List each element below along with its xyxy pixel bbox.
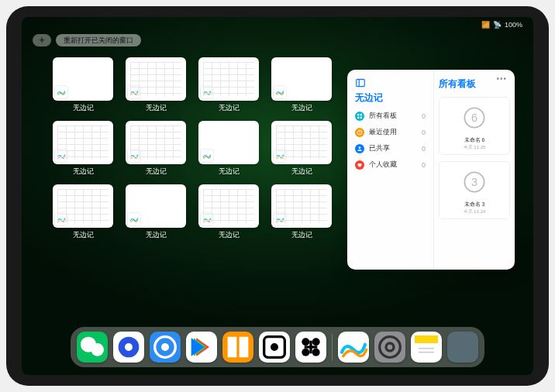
- svg-point-24: [312, 349, 320, 356]
- sidebar-item-label: 已共享: [369, 143, 390, 153]
- window-preview: [271, 184, 332, 228]
- dock-app-dice[interactable]: [259, 332, 290, 363]
- window-thumbnail[interactable]: 无边记: [53, 121, 113, 177]
- window-preview: [53, 121, 113, 164]
- sidebar-item-label: 最近使用: [369, 127, 397, 137]
- window-label: 无边记: [146, 230, 167, 240]
- svg-rect-5: [360, 116, 362, 118]
- freeform-app-icon: [273, 212, 287, 226]
- heart-icon: [355, 160, 364, 170]
- svg-point-18: [161, 343, 169, 351]
- freeform-app-icon: [54, 85, 68, 99]
- window-thumbnail[interactable]: 无边记: [271, 57, 332, 113]
- board-card[interactable]: 6 未命名 6 今天 11:25: [439, 97, 510, 155]
- freeform-app-icon: [127, 149, 141, 163]
- window-label: 无边记: [219, 103, 240, 113]
- svg-point-28: [380, 337, 401, 358]
- freeform-app-icon: [200, 149, 214, 163]
- svg-rect-26: [309, 341, 312, 354]
- dock-app-instant[interactable]: [295, 332, 326, 363]
- sidebar-icon[interactable]: [355, 77, 366, 88]
- dock-separator: [332, 334, 333, 360]
- more-icon[interactable]: •••: [496, 74, 507, 83]
- window-thumbnail[interactable]: 无边记: [53, 57, 113, 113]
- clock-icon: [355, 128, 364, 137]
- dock-app-books[interactable]: [222, 332, 253, 363]
- svg-point-20: [272, 345, 278, 350]
- freeform-app-icon: [54, 212, 68, 226]
- svg-point-7: [359, 146, 361, 149]
- dock-folder-recent[interactable]: [447, 332, 478, 363]
- panel-sidebar: 无边记 所有看板 0 最近使用 0 已共享 0 个人收藏 0: [347, 70, 434, 270]
- svg-point-15: [125, 343, 133, 351]
- board-name: 未命名 3: [464, 201, 485, 208]
- sidebar-item-clock[interactable]: 最近使用 0: [355, 127, 426, 137]
- freeform-app-icon: [273, 85, 287, 99]
- board-timestamp: 今天 11:25: [464, 144, 486, 151]
- battery-label: 100%: [505, 21, 522, 29]
- sidebar-item-label: 所有看板: [369, 111, 397, 121]
- wifi-icon: 📡: [493, 21, 502, 29]
- boards-grid: 6 未命名 6 今天 11:25 3 未命名 3 今天 11:24: [439, 97, 510, 219]
- window-preview: [198, 57, 259, 101]
- svg-point-27: [386, 343, 394, 351]
- window-label: 无边记: [146, 103, 167, 113]
- board-preview: 3: [451, 165, 498, 199]
- window-thumbnail[interactable]: 无边记: [198, 184, 259, 240]
- svg-text:3: 3: [471, 176, 477, 188]
- board-card[interactable]: 3 未命名 3 今天 11:24: [439, 161, 510, 219]
- window-preview: [126, 57, 186, 101]
- grid-icon: [355, 112, 364, 121]
- svg-rect-3: [360, 114, 362, 115]
- sidebar-item-grid[interactable]: 所有看板 0: [355, 111, 426, 121]
- svg-rect-29: [415, 335, 438, 343]
- signal-icon: 📶: [481, 21, 490, 29]
- dock-app-settings[interactable]: [374, 332, 405, 363]
- window-label: 无边记: [146, 167, 167, 177]
- sidebar-item-count: 0: [422, 112, 426, 120]
- board-preview: 6: [451, 101, 498, 135]
- dock-app-notes[interactable]: [411, 332, 442, 363]
- dock-app-qqbrowser[interactable]: [150, 332, 181, 363]
- window-thumbnail[interactable]: 无边记: [271, 184, 332, 240]
- window-thumbnail[interactable]: 无边记: [126, 57, 186, 113]
- dock-app-freeform[interactable]: [338, 332, 369, 363]
- status-bar: 📶 📡 100%: [22, 17, 533, 33]
- window-thumbnail[interactable]: 无边记: [126, 121, 186, 177]
- window-preview: [53, 184, 113, 228]
- window-label: 无边记: [73, 103, 94, 113]
- window-label: 无边记: [219, 167, 240, 177]
- window-preview: [271, 121, 332, 164]
- window-label: 无边记: [73, 230, 94, 240]
- window-preview: [126, 121, 186, 164]
- svg-rect-4: [357, 116, 359, 118]
- window-label: 无边记: [291, 167, 312, 177]
- freeform-app-icon: [127, 212, 141, 226]
- freeform-app-icon: [273, 149, 287, 163]
- dock-app-video[interactable]: [186, 332, 217, 363]
- window-thumbnail[interactable]: 无边记: [53, 184, 113, 240]
- window-thumbnail[interactable]: 无边记: [126, 184, 186, 240]
- window-thumbnail[interactable]: 无边记: [198, 57, 259, 113]
- svg-text:6: 6: [471, 112, 477, 124]
- freeform-app-icon: [54, 149, 68, 163]
- freeform-app-icon: [127, 85, 141, 99]
- svg-point-22: [312, 338, 320, 346]
- window-preview: [271, 57, 332, 101]
- sidebar-item-heart[interactable]: 个人收藏 0: [355, 160, 426, 170]
- dock-app-wechat[interactable]: [77, 332, 108, 363]
- window-thumbnail[interactable]: 无边记: [271, 121, 332, 177]
- new-window-button[interactable]: +: [33, 34, 51, 46]
- dock-app-quark[interactable]: [113, 332, 144, 363]
- svg-point-13: [91, 343, 104, 356]
- window-preview: [53, 57, 113, 101]
- dock: [71, 327, 484, 367]
- window-thumbnail[interactable]: 无边记: [198, 121, 259, 177]
- svg-rect-30: [415, 343, 438, 359]
- window-preview: [198, 121, 259, 164]
- reopen-closed-window-button[interactable]: 重新打开已关闭的窗口: [56, 34, 141, 46]
- window-label: 无边记: [291, 230, 312, 240]
- freeform-app-icon: [200, 212, 214, 226]
- sidebar-item-person[interactable]: 已共享 0: [355, 143, 426, 153]
- sidebar-item-count: 0: [422, 161, 426, 169]
